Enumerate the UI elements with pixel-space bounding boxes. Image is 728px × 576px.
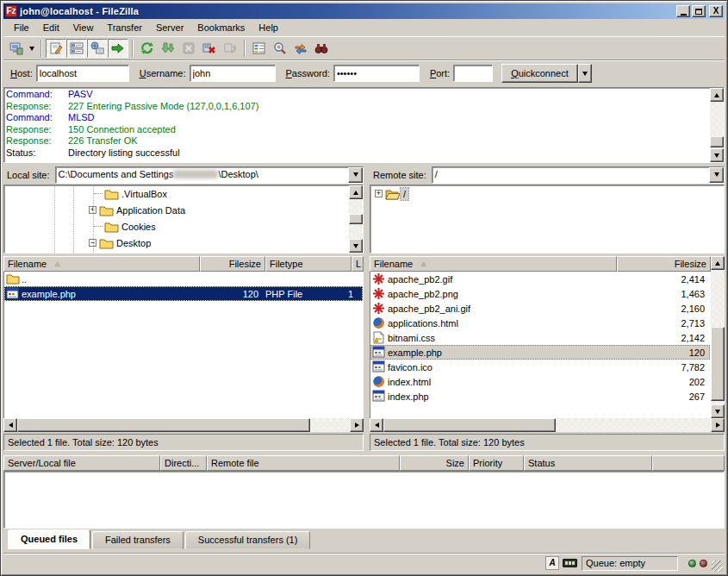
scroll-up-button[interactable] [711,256,725,270]
remote-list-scrollbar[interactable] [711,256,725,418]
transfer-type-ascii-icon[interactable]: A [545,556,559,570]
remote-file-list[interactable]: apache_pb2.gif 2,414 apache_pb2.png 1,46… [370,272,711,418]
remote-hscrollbar[interactable] [370,418,725,432]
cancel-operation-button[interactable] [178,39,199,58]
column-filename[interactable]: Filename▲ [3,256,200,272]
column-last-modified[interactable]: L [352,256,364,272]
local-hscrollbar[interactable] [3,418,364,432]
file-row[interactable]: apache_pb2.gif 2,414 [370,272,710,286]
menu-help[interactable]: Help [252,20,285,35]
log-scrollbar[interactable] [710,88,724,162]
toggle-message-log-button[interactable] [46,39,66,58]
scroll-thumb[interactable] [383,418,556,432]
username-input[interactable] [190,65,276,82]
compare-directories-button[interactable] [270,39,290,58]
tree-item-desktop[interactable]: − Desktop [4,235,363,251]
local-file-list[interactable]: .. example.php 120 PHP File 1 [3,272,364,418]
scroll-up-button[interactable] [710,88,724,102]
tree-item-root[interactable]: + / [370,185,724,202]
tree-item-cookies[interactable]: Cookies [4,218,363,235]
speed-limits-icon[interactable] [563,559,577,567]
scroll-right-button[interactable] [350,418,364,432]
scroll-thumb[interactable] [710,136,724,147]
resize-grip[interactable] [712,560,723,572]
column-direction[interactable]: Directi... [160,455,207,471]
column-filesize[interactable]: Filesize [617,256,711,272]
scroll-up-button[interactable] [349,185,363,199]
remote-site-combo[interactable]: / [432,166,725,184]
close-button[interactable]: X [709,5,723,17]
quickconnect-dropdown[interactable] [578,64,592,83]
scroll-down-button[interactable] [349,239,363,253]
scroll-thumb[interactable] [349,214,363,224]
directory-listing-filters-button[interactable] [249,39,270,58]
file-row-example-php[interactable]: example.php 120 PHP File 1 [4,286,363,301]
find-files-button[interactable] [311,39,332,58]
scroll-left-button[interactable] [3,418,17,432]
file-row[interactable]: favicon.ico 7,782 [370,360,710,374]
file-row[interactable]: bitnami.css 2,142 [370,330,710,345]
file-row[interactable]: index.php 267 [370,389,710,404]
tab-successful-transfers[interactable]: Successful transfers (1) [185,531,311,549]
tab-queued-files[interactable]: Queued files [8,529,90,549]
reconnect-button[interactable] [220,39,240,58]
scroll-thumb[interactable] [17,418,310,432]
column-filesize[interactable]: Filesize [200,256,265,272]
scroll-right-button[interactable] [711,418,725,432]
column-filetype[interactable]: Filetype [265,256,352,272]
column-status[interactable]: Status [524,455,652,471]
refresh-button[interactable] [137,39,158,58]
site-manager-dropdown[interactable] [27,39,37,58]
toggle-local-treeview-button[interactable] [66,39,87,58]
menu-file[interactable]: File [7,20,36,35]
panel-splitter[interactable] [364,166,370,451]
port-input[interactable] [453,65,493,82]
process-queue-button[interactable] [158,39,178,58]
scroll-thumb[interactable] [711,327,725,401]
menu-bookmarks[interactable]: Bookmarks [190,20,252,35]
host-label: Host: [10,68,33,78]
file-row-selected[interactable]: example.php 120 [370,345,710,360]
column-size[interactable]: Size [400,455,469,471]
file-row[interactable]: applications.html 2,713 [370,316,710,330]
column-server-local-file[interactable]: Server/Local file [3,455,160,471]
file-row-up[interactable]: .. [4,272,363,286]
toggle-remote-treeview-button[interactable] [87,39,108,58]
queue-list[interactable] [3,471,725,529]
menu-transfer[interactable]: Transfer [100,20,149,35]
host-input[interactable] [36,65,129,82]
scroll-down-button[interactable] [711,404,725,418]
scroll-down-button[interactable] [710,148,724,162]
column-filename[interactable]: Filename▲ [370,256,617,272]
tree-item-virtualbox[interactable]: .VirtualBox [4,185,363,202]
column-remote-file[interactable]: Remote file [207,455,400,471]
menu-edit[interactable]: Edit [36,20,66,35]
tree-item-application-data[interactable]: + Application Data [4,202,363,218]
minimize-button[interactable] [676,5,690,17]
tab-failed-transfers[interactable]: Failed transfers [92,531,184,549]
site-manager-button[interactable] [6,39,27,58]
toggle-transfer-queue-button[interactable] [108,39,128,58]
expand-icon[interactable]: + [375,190,383,197]
local-tree-scrollbar[interactable] [349,185,363,253]
disconnect-button[interactable] [199,39,220,58]
toolbar [3,36,725,59]
remote-tree[interactable]: + / [370,185,725,254]
maximize-button[interactable] [692,5,706,17]
file-row[interactable]: apache_pb2.png 1,463 [370,286,710,301]
scroll-left-button[interactable] [370,418,383,432]
local-site-combo[interactable]: C:\Documents and Settings\Desktop\ [55,166,364,184]
local-site-dropdown[interactable] [348,167,363,183]
menu-server[interactable]: Server [149,20,190,35]
file-row[interactable]: index.html 202 [370,374,710,389]
menu-view[interactable]: View [66,20,101,35]
message-log-box[interactable]: Command:PASV Response:227 Entering Passi… [3,87,725,163]
remote-site-dropdown[interactable] [709,167,724,183]
local-tree[interactable]: .VirtualBox + Application Data Cookies −… [3,185,364,254]
quickconnect-button[interactable]: Quickconnect [501,64,578,83]
password-input[interactable] [333,65,420,82]
file-row[interactable]: apache_pb2_ani.gif 2,160 [370,301,710,316]
column-priority[interactable]: Priority [469,455,524,471]
synchronized-browsing-button[interactable] [290,39,311,58]
port-label: Port: [430,68,450,78]
